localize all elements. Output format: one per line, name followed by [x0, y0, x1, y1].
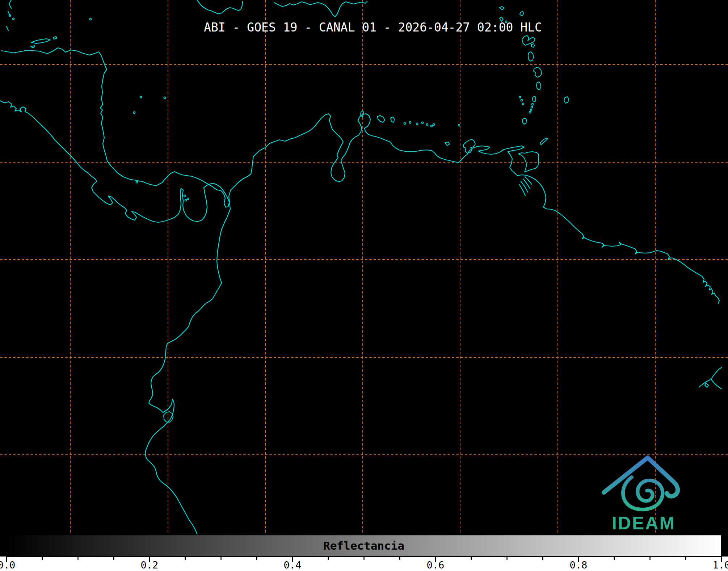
colorbar-tick-label: 0.4: [284, 559, 302, 571]
map-canvas: ABI - GOES 19 - CANAL 01 - 2026-04-27 02…: [0, 0, 728, 571]
logo-text: IDEAM: [612, 513, 676, 533]
colorbar: 0.00.20.40.60.81.0 Reflectancia: [0, 535, 728, 571]
colorbar-tick-label: 0.8: [570, 559, 588, 571]
map-background: [0, 0, 728, 571]
satellite-image-viewer: ABI - GOES 19 - CANAL 01 - 2026-04-27 02…: [0, 0, 728, 571]
colorbar-tick-label: 0.6: [427, 559, 445, 571]
colorbar-tick-label: 1.0: [713, 559, 728, 571]
image-title: ABI - GOES 19 - CANAL 01 - 2026-04-27 02…: [204, 20, 542, 34]
colorbar-tick-label: 0.2: [141, 559, 159, 571]
colorbar-title: Reflectancia: [323, 539, 404, 552]
colorbar-tick-label: 0.0: [0, 559, 15, 571]
